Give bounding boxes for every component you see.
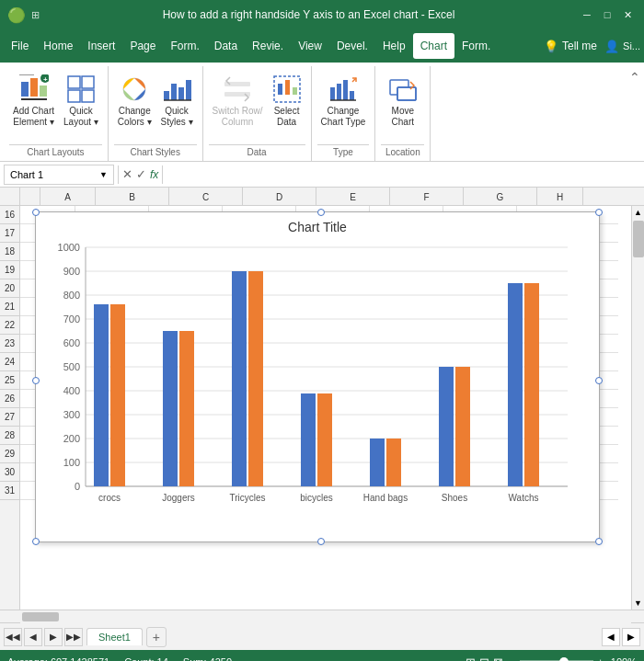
svg-rect-9 — [68, 90, 80, 102]
svg-rect-12 — [164, 91, 169, 100]
select-data-label: SelectData — [274, 106, 300, 128]
col-header-f[interactable]: F — [390, 188, 464, 206]
zoom-control[interactable]: − + 100% — [511, 656, 637, 661]
scroll-down-button[interactable]: ▼ — [632, 597, 645, 610]
page-break-button[interactable]: ⊠ — [493, 655, 503, 662]
row-header-18[interactable]: 18 — [0, 243, 19, 261]
row-header-29[interactable]: 29 — [0, 445, 19, 463]
status-average: Average: 607.1428571 — [7, 656, 109, 661]
sheet-tab-area: ◀◀ ◀ ▶ ▶▶ Sheet1 + ◀ ▶ — [0, 622, 644, 650]
svg-rect-20 — [278, 84, 282, 95]
row-header-20[interactable]: 20 — [0, 279, 19, 298]
add-chart-element-button[interactable]: + Add ChartElement ▾ — [9, 72, 58, 131]
col-header-d[interactable]: D — [243, 188, 316, 206]
svg-text:+: + — [43, 75, 48, 84]
ribbon-group-chart-styles: ChangeColors ▾ QuickStyles ▾ Chart Style… — [109, 66, 203, 161]
menu-file[interactable]: File — [4, 33, 36, 59]
menu-form[interactable]: Form. — [163, 33, 206, 59]
menu-chart[interactable]: Chart — [413, 33, 454, 59]
svg-text:Tricycles: Tricycles — [229, 493, 265, 503]
svg-rect-14 — [178, 87, 184, 100]
row-header-28[interactable]: 28 — [0, 427, 19, 445]
svg-rect-24 — [337, 84, 341, 100]
menu-data[interactable]: Data — [207, 33, 245, 59]
scroll-track[interactable] — [632, 219, 645, 597]
row-header-21[interactable]: 21 — [0, 298, 19, 316]
move-chart-button[interactable]: MoveChart — [385, 72, 421, 131]
name-box[interactable]: Chart 1 ▼ — [4, 165, 114, 185]
formula-input[interactable] — [167, 165, 640, 185]
sheet-nav-next[interactable]: ▶ — [44, 628, 63, 646]
row-header-30[interactable]: 30 — [0, 463, 19, 482]
sheet-nav-prev[interactable]: ◀ — [24, 628, 42, 646]
bar-shoes-2 — [455, 367, 470, 486]
svg-rect-7 — [68, 76, 80, 88]
change-colors-icon — [120, 74, 149, 104]
status-sum: Sum: 4250 — [183, 656, 232, 661]
row-header-26[interactable]: 26 — [0, 390, 19, 408]
ribbon-collapse-button[interactable]: ⌃ — [629, 70, 640, 85]
menu-page[interactable]: Page — [122, 33, 163, 59]
scroll-up-button[interactable]: ▲ — [632, 206, 645, 219]
col-header-a[interactable]: A — [40, 188, 96, 206]
ribbon-group-location: MoveChart Location — [375, 66, 431, 161]
page-layout-button[interactable]: ⊟ — [479, 655, 489, 662]
menu-format[interactable]: Form. — [454, 33, 498, 59]
change-chart-type-button[interactable]: ChangeChart Type — [317, 72, 370, 131]
sheet-nav-first[interactable]: ◀◀ — [4, 628, 22, 646]
add-chart-element-label: Add ChartElement ▾ — [13, 106, 54, 128]
menu-help[interactable]: Help — [375, 33, 413, 59]
cancel-icon[interactable]: ✕ — [122, 167, 132, 181]
h-scroll-right[interactable]: ▶ — [622, 628, 640, 646]
row-header-23[interactable]: 23 — [0, 335, 19, 353]
sheet-nav-last[interactable]: ▶▶ — [64, 628, 83, 646]
select-data-icon — [272, 74, 302, 104]
vertical-scrollbar[interactable]: ▲ ▼ — [631, 206, 644, 610]
sheet-tab-sheet1[interactable]: Sheet1 — [86, 628, 143, 645]
minimize-button[interactable]: ─ — [578, 6, 596, 24]
chart-container[interactable]: Chart Title 1000 900 800 — [35, 211, 600, 542]
zoom-out-icon[interactable]: − — [511, 656, 516, 661]
zoom-in-icon[interactable]: + — [597, 656, 603, 661]
col-header-h[interactable]: H — [537, 188, 583, 206]
row-header-19[interactable]: 19 — [0, 261, 19, 279]
quick-layout-icon — [66, 74, 96, 104]
normal-view-button[interactable]: ⊞ — [466, 655, 476, 662]
quick-layout-button[interactable]: QuickLayout ▾ — [60, 72, 102, 131]
column-header-row: A B C D E F G H — [0, 188, 644, 206]
row-header-22[interactable]: 22 — [0, 316, 19, 335]
menu-home[interactable]: Home — [36, 33, 80, 59]
row-header-31[interactable]: 31 — [0, 482, 19, 500]
row-header-16[interactable]: 16 — [0, 206, 19, 224]
maximize-button[interactable]: □ — [598, 6, 616, 24]
col-header-g[interactable]: G — [464, 188, 537, 206]
change-colors-button[interactable]: ChangeColors ▾ — [114, 72, 155, 131]
close-button[interactable]: ✕ — [618, 6, 637, 24]
function-icon[interactable]: fx — [150, 168, 158, 181]
menu-developer[interactable]: Devel. — [329, 33, 375, 59]
corner-cell — [0, 188, 20, 206]
col-header-b[interactable]: B — [96, 188, 169, 206]
svg-rect-15 — [186, 80, 191, 100]
change-colors-label: ChangeColors ▾ — [118, 106, 152, 128]
quick-styles-button[interactable]: QuickStyles ▾ — [157, 72, 197, 131]
h-scroll-left[interactable]: ◀ — [602, 628, 620, 646]
switch-row-column-button[interactable]: Switch Row/Column — [209, 72, 267, 131]
row-header-24[interactable]: 24 — [0, 353, 19, 371]
row-header-25[interactable]: 25 — [0, 371, 19, 390]
scroll-thumb[interactable] — [633, 221, 644, 257]
row-header-27[interactable]: 27 — [0, 408, 19, 427]
row-header-17[interactable]: 17 — [0, 224, 19, 243]
menu-insert[interactable]: Insert — [80, 33, 122, 59]
col-header-e[interactable]: E — [316, 188, 390, 206]
menu-view[interactable]: View — [291, 33, 329, 59]
svg-text:500: 500 — [63, 361, 80, 372]
col-header-c[interactable]: C — [169, 188, 243, 206]
svg-rect-0 — [21, 82, 29, 97]
select-data-button[interactable]: SelectData — [269, 72, 305, 131]
menu-review[interactable]: Revie. — [245, 33, 291, 59]
user-label: Si... — [623, 40, 640, 51]
add-sheet-button[interactable]: + — [146, 627, 167, 647]
svg-rect-29 — [397, 87, 416, 100]
confirm-icon[interactable]: ✓ — [136, 167, 146, 181]
